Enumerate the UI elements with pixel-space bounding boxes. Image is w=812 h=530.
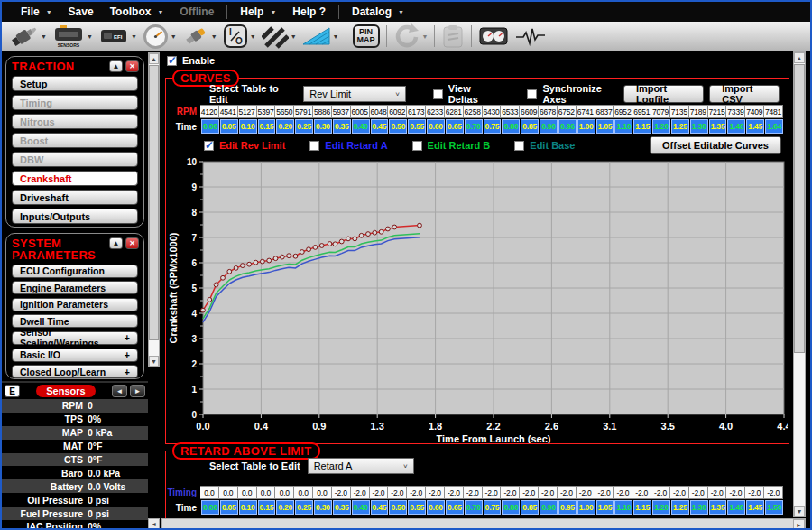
timing-cell[interactable]: 0.0	[313, 486, 332, 499]
timing-cell[interactable]: -2.0	[689, 486, 708, 499]
timing-cell[interactable]: 0.0	[257, 486, 276, 499]
time-cell[interactable]: 1.40	[727, 500, 745, 515]
time-cell[interactable]: 1.15	[633, 500, 651, 515]
checkbox[interactable]	[412, 141, 422, 151]
time-cell[interactable]: 0.35	[333, 119, 351, 134]
rpm-cell[interactable]: 6951	[632, 105, 651, 118]
view-deltas-checkbox[interactable]	[433, 89, 443, 99]
rpm-cell[interactable]: 7135	[670, 105, 689, 118]
edit-toggle-edit-retard-b[interactable]: Edit Retard B	[412, 140, 491, 151]
rpm-cell[interactable]: 5937	[332, 105, 351, 118]
time-cell[interactable]: 1.15	[633, 119, 651, 134]
tool-fan[interactable]: ▼	[300, 25, 342, 48]
rpm-cell[interactable]: 6233	[426, 105, 445, 118]
time-cell[interactable]: 0.50	[389, 500, 407, 515]
timing-cell[interactable]: -2.0	[632, 486, 651, 499]
menu-item-toolbox[interactable]: Toolbox▼	[102, 5, 172, 18]
timing-cell[interactable]: -2.0	[445, 486, 464, 499]
tool-gauge[interactable]: ▼	[140, 23, 180, 50]
time-cell[interactable]: 0.80	[502, 500, 520, 515]
time-cell[interactable]: 1.30	[690, 119, 708, 134]
tool-spark-plug[interactable]: ▼	[180, 23, 220, 49]
timing-cell[interactable]: -2.0	[539, 486, 558, 499]
checkbox[interactable]	[514, 141, 524, 151]
main-vertical-scrollbar[interactable]: ▲ ▼	[793, 51, 806, 517]
timing-cell[interactable]: -2.0	[577, 486, 595, 499]
time-cell[interactable]: 1.20	[652, 119, 670, 134]
time-cell[interactable]: 1.50	[765, 500, 783, 515]
tool-efi-module[interactable]: EFI ▼	[96, 25, 140, 47]
timing-cell[interactable]: -2.0	[332, 486, 351, 499]
timing-cell[interactable]: -2.0	[745, 486, 764, 499]
time-cell[interactable]: 0.95	[558, 500, 577, 515]
timing-cell[interactable]: -2.0	[614, 486, 632, 499]
time-cell[interactable]: 0.30	[314, 119, 332, 134]
rpm-cell[interactable]: 6430	[483, 105, 502, 118]
timing-cell[interactable]: 0.0	[294, 486, 313, 499]
time-cell[interactable]: 1.20	[652, 500, 670, 515]
time-cell[interactable]: 1.30	[690, 500, 708, 515]
tool-sync[interactable]: ▼	[391, 23, 431, 50]
time-cell[interactable]: 0.25	[295, 119, 313, 134]
sensors-edit-button[interactable]: E	[5, 385, 20, 397]
rpm-cell[interactable]: 7215	[708, 105, 727, 118]
chevron-down-icon[interactable]: ▼	[41, 33, 47, 40]
edit-toggle-edit-retard-a[interactable]: Edit Retard A	[309, 140, 387, 151]
sync-axes-toggle[interactable]: Synchronize Axes	[527, 83, 623, 105]
timing-cell[interactable]: -2.0	[651, 486, 670, 499]
scroll-right-arrow[interactable]: ►	[793, 519, 805, 530]
collapse-panel-button[interactable]: ▲	[109, 60, 123, 72]
sidebar-item-ecu-configuration[interactable]: ECU Configuration	[12, 265, 138, 278]
time-cell[interactable]: 0.30	[314, 500, 332, 515]
time-cell[interactable]: 0.75	[484, 500, 502, 515]
retard-table-select-dropdown[interactable]: Retard A ˅	[308, 458, 414, 474]
menu-item-datalog[interactable]: Datalog▼	[344, 5, 412, 18]
timing-cell[interactable]: 0.0	[219, 486, 238, 499]
offset-editable-curves-button[interactable]: Offset Editable Curves	[650, 136, 781, 154]
close-panel-button[interactable]: ✕	[125, 60, 139, 72]
rpm-cell[interactable]: 4541	[219, 105, 238, 118]
time-cell[interactable]: 0.15	[258, 119, 276, 134]
tool-notes[interactable]	[438, 23, 467, 49]
time-cell[interactable]: 1.10	[614, 119, 632, 134]
timing-cell[interactable]: -2.0	[464, 486, 483, 499]
timing-cell[interactable]: -2.0	[558, 486, 577, 499]
timing-cell[interactable]: -2.0	[483, 486, 502, 499]
time-cell[interactable]: 0.25	[295, 500, 313, 515]
time-cell[interactable]: 0.05	[220, 119, 238, 134]
time-cell[interactable]: 1.45	[746, 119, 764, 134]
sidebar-item-inputs-outputs[interactable]: Inputs/Outputs	[12, 209, 138, 224]
menu-item-file[interactable]: File▼	[13, 5, 60, 18]
view-deltas-toggle[interactable]: View Deltas	[433, 83, 501, 105]
time-cell[interactable]: 1.05	[596, 119, 614, 134]
checkbox[interactable]	[309, 141, 319, 151]
timing-cell[interactable]: -2.0	[501, 486, 520, 499]
rpm-cell[interactable]: 6258	[464, 105, 483, 118]
chevron-down-icon[interactable]: ▼	[250, 33, 256, 40]
rpm-cell[interactable]: 6609	[520, 105, 539, 118]
import-logfile-button[interactable]: Import Logfile	[623, 85, 704, 103]
chevron-down-icon[interactable]: ▼	[422, 33, 429, 40]
tool-pin-map[interactable]: PIN MAP	[350, 24, 383, 48]
sidebar-item-driveshaft[interactable]: Driveshaft	[12, 190, 138, 205]
time-cell[interactable]: 0.45	[371, 119, 389, 134]
timing-cell[interactable]: 0.0	[275, 486, 294, 499]
time-cell[interactable]: 0.96	[558, 119, 577, 134]
time-cell[interactable]: 0.55	[408, 119, 426, 134]
time-cell[interactable]: 0.40	[352, 500, 370, 515]
timing-cell[interactable]: -2.0	[670, 486, 689, 499]
rpm-cell[interactable]: 6533	[501, 105, 520, 118]
collapse-panel-button[interactable]: ▲	[109, 237, 123, 249]
time-cell[interactable]: 0.85	[521, 119, 539, 134]
time-cell[interactable]: 0.45	[371, 500, 389, 515]
scroll-left-arrow[interactable]: ◄	[148, 518, 160, 530]
time-cell[interactable]: 1.00	[577, 500, 595, 515]
rpm-cell[interactable]: 7339	[726, 105, 745, 118]
time-cell[interactable]: 1.10	[614, 500, 632, 515]
time-cell[interactable]: 1.25	[671, 119, 689, 134]
time-cell[interactable]: 0.20	[276, 500, 294, 515]
rpm-cell[interactable]: 7409	[745, 105, 764, 118]
sync-axes-checkbox[interactable]	[527, 89, 537, 99]
sidebar-scrollbar[interactable]: ▲ ▼	[148, 52, 160, 367]
menu-item-help[interactable]: Help ?	[284, 5, 334, 18]
